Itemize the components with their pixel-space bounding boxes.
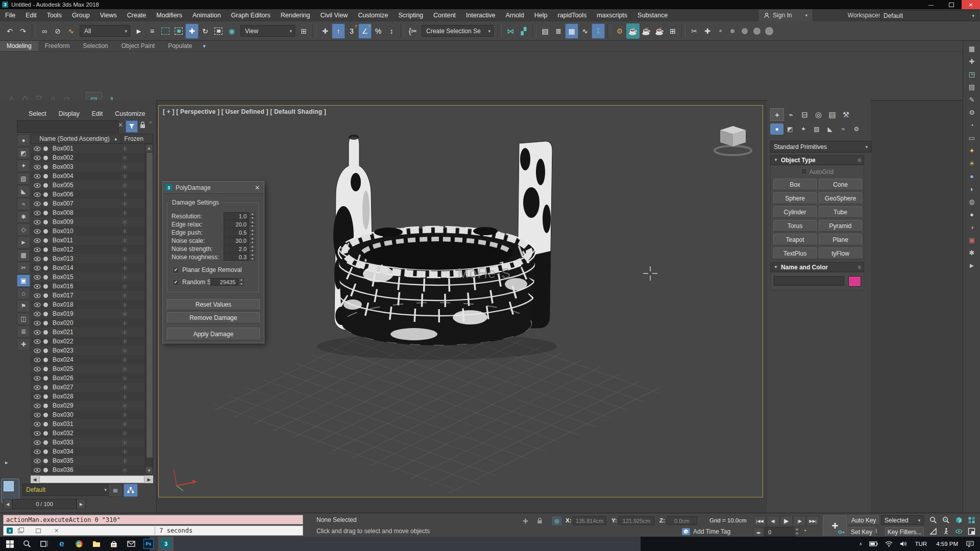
scroll-right-icon[interactable]: ▶: [145, 475, 153, 483]
polydamage-dialog[interactable]: 3 PolyDamage ✕ Damage Settings Resolutio…: [162, 181, 264, 343]
list-item-box014[interactable]: Box014: [31, 263, 145, 272]
eye-icon[interactable]: [34, 459, 41, 463]
render-toggle-icon[interactable]: [43, 440, 48, 445]
hierarchy-tab[interactable]: ⊟: [798, 108, 812, 121]
frozen-toggle-icon[interactable]: [122, 330, 128, 335]
frozen-column-header[interactable]: Frozen: [125, 135, 143, 142]
scroll-up-icon[interactable]: ▲: [145, 144, 153, 152]
time-slider-right-button[interactable]: ▶: [77, 499, 86, 509]
list-item-box009[interactable]: Box009: [31, 217, 145, 227]
frozen-toggle-icon[interactable]: [122, 339, 128, 344]
render-toggle-icon[interactable]: [43, 357, 48, 363]
layer-list-button[interactable]: ≋: [108, 484, 122, 497]
vertical-scrollbar[interactable]: ▲ ▼: [145, 144, 153, 474]
selection-lock-icon[interactable]: [537, 517, 543, 525]
right-strip-icon-17[interactable]: ►: [966, 260, 978, 270]
ribbon-tab-freeform[interactable]: Freeform: [38, 41, 77, 51]
frozen-toggle-icon[interactable]: [122, 229, 128, 234]
start-button[interactable]: [2, 537, 17, 551]
frozen-toggle-icon[interactable]: [122, 210, 128, 216]
eye-icon[interactable]: [34, 312, 41, 316]
menu-item-interactive[interactable]: Interactive: [461, 9, 501, 21]
file-explorer-icon[interactable]: [89, 537, 104, 551]
minimize-button[interactable]: —: [921, 0, 941, 9]
redo-button[interactable]: ↷: [16, 23, 30, 39]
autogrid-row[interactable]: AutoGrid: [771, 168, 864, 176]
reference-coordinate-system-dropdown[interactable]: View▾: [240, 25, 295, 37]
toolbar-dot-1[interactable]: [714, 30, 726, 32]
select-and-rotate-button[interactable]: ↻: [199, 23, 212, 39]
toggle-layer-explorer-button[interactable]: ≣: [552, 23, 565, 39]
wifi-icon[interactable]: [885, 541, 893, 547]
lights-category[interactable]: ✦: [797, 123, 810, 135]
eye-icon[interactable]: [34, 202, 41, 206]
render-toggle-icon[interactable]: [43, 467, 48, 473]
search-input[interactable]: [17, 120, 119, 133]
render-toggle-icon[interactable]: [43, 431, 48, 436]
right-strip-icon-8[interactable]: ✦: [966, 145, 978, 156]
display-filter-icon-6[interactable]: ✱: [17, 211, 30, 223]
list-item-box025[interactable]: Box025: [31, 364, 145, 373]
task-view-button[interactable]: [37, 537, 52, 551]
material-editor-button[interactable]: ⚙: [613, 23, 626, 39]
render-toggle-icon[interactable]: [43, 385, 48, 390]
eye-icon[interactable]: [34, 449, 41, 454]
eye-icon[interactable]: [34, 183, 41, 188]
render-setup-button[interactable]: ☕: [626, 23, 640, 39]
edge-relax-field[interactable]: 20.0: [224, 220, 249, 228]
schematic-view-button[interactable]: ↧: [592, 23, 605, 39]
eye-icon[interactable]: [34, 358, 41, 362]
eye-icon[interactable]: [34, 293, 41, 298]
frozen-toggle-icon[interactable]: [122, 293, 128, 298]
frozen-toggle-icon[interactable]: [122, 302, 128, 308]
list-item-box016[interactable]: Box016: [31, 282, 145, 291]
close-icon[interactable]: ✕: [255, 184, 260, 191]
frozen-toggle-icon[interactable]: [122, 155, 128, 161]
frozen-toggle-icon[interactable]: [122, 449, 128, 455]
current-frame-field[interactable]: 0: [765, 527, 796, 537]
explorer-menu-edit[interactable]: Edit: [86, 108, 109, 119]
frozen-toggle-icon[interactable]: [122, 375, 128, 381]
frozen-toggle-icon[interactable]: [122, 265, 128, 271]
list-item-box031[interactable]: Box031: [31, 419, 145, 429]
apply-damage-button[interactable]: Apply Damage: [167, 328, 260, 340]
spinner-control[interactable]: ▲▼: [250, 220, 255, 228]
selection-filter-dropdown[interactable]: All▾: [80, 25, 130, 37]
ribbon-overflow-icon[interactable]: ▾: [199, 43, 210, 49]
list-item-box024[interactable]: Box024: [31, 355, 145, 364]
named-selection-sets-dropdown[interactable]: Create Selection Se▾: [422, 25, 494, 37]
toolbar-dot-2[interactable]: [726, 29, 739, 33]
render-toggle-icon[interactable]: [43, 284, 48, 289]
toggle-ribbon-button[interactable]: ▦: [565, 23, 578, 39]
key-filters-button[interactable]: Key Filters...: [885, 527, 924, 537]
spinner-control[interactable]: ▲▼: [250, 253, 255, 261]
plane-button[interactable]: Plane: [819, 234, 862, 245]
orbit-button[interactable]: [952, 527, 965, 536]
list-item-box012[interactable]: Box012: [31, 245, 145, 254]
render-toggle-icon[interactable]: [43, 311, 48, 317]
render-toggle-icon[interactable]: [43, 458, 48, 464]
explorer-menu-customize[interactable]: Customize: [109, 108, 151, 119]
go-to-start-button[interactable]: |◀◀: [753, 516, 766, 526]
eye-icon[interactable]: [34, 431, 41, 436]
render-in-cloud-button[interactable]: ✂: [688, 23, 701, 39]
torus-button[interactable]: Torus: [773, 220, 817, 232]
menu-item-rapidtools[interactable]: rapidTools: [552, 9, 592, 21]
render-toggle-icon[interactable]: [43, 421, 48, 427]
search-icon[interactable]: [19, 537, 35, 551]
frozen-toggle-icon[interactable]: [122, 440, 128, 445]
open-autodesk-a360-button[interactable]: ⊞: [666, 23, 679, 39]
frozen-toggle-icon[interactable]: [122, 412, 128, 418]
frozen-toggle-icon[interactable]: [122, 357, 128, 363]
battery-icon[interactable]: [869, 541, 878, 546]
eye-icon[interactable]: [34, 229, 41, 234]
render-toggle-icon[interactable]: [43, 192, 48, 197]
right-strip-icon-0[interactable]: ▦: [966, 43, 978, 54]
eye-icon[interactable]: [34, 275, 41, 280]
list-item-box011[interactable]: Box011: [31, 236, 145, 245]
frozen-toggle-icon[interactable]: [122, 320, 128, 326]
use-pivot-point-center-button[interactable]: ⊞: [297, 23, 310, 39]
render-toggle-icon[interactable]: [43, 348, 48, 354]
list-item-box028[interactable]: Box028: [31, 392, 145, 401]
display-filter-icon-1[interactable]: ◩: [17, 147, 30, 159]
